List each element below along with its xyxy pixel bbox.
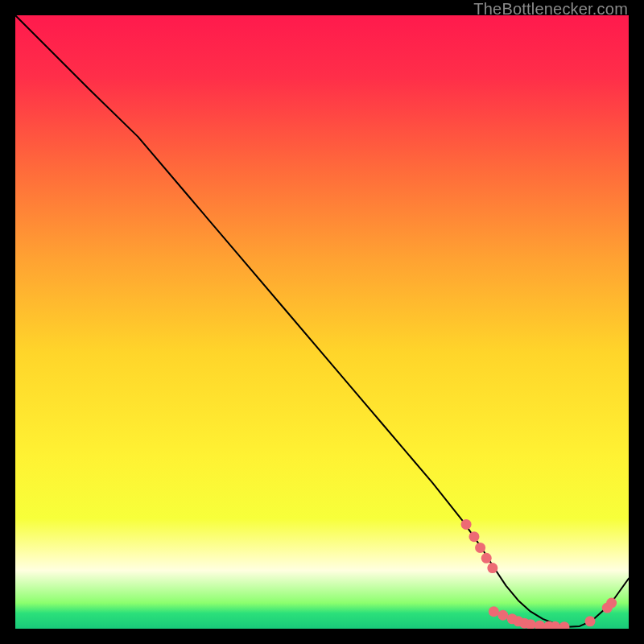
chart-frame: [15, 15, 629, 629]
data-point: [489, 606, 499, 617]
data-point: [606, 597, 617, 608]
data-point: [497, 610, 508, 621]
data-point: [481, 553, 492, 564]
data-point: [584, 616, 595, 626]
data-point: [469, 531, 479, 542]
data-point: [461, 519, 472, 530]
watermark-text: TheBottlenecker.com: [473, 0, 628, 19]
data-point: [475, 543, 485, 553]
data-point: [487, 563, 497, 573]
chart-svg: [15, 15, 629, 629]
